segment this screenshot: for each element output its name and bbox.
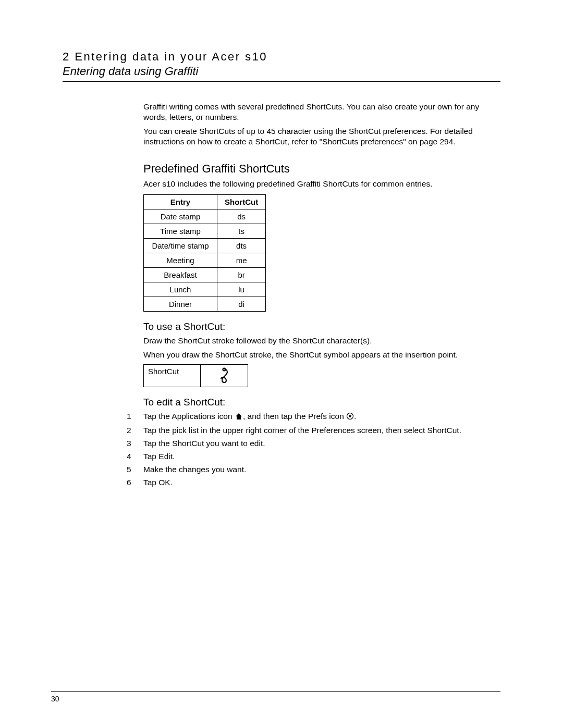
- step-2: Tap the pick list in the upper right cor…: [127, 425, 500, 436]
- table-header-shortcut: ShortCut: [217, 194, 266, 209]
- use-heading: To use a ShortCut:: [143, 321, 500, 332]
- page-header: 2 Entering data in your Acer s10 Enterin…: [63, 50, 500, 82]
- use-paragraph-1: Draw the ShortCut stroke followed by the…: [143, 336, 500, 346]
- step-5: Make the changes you want.: [127, 464, 500, 475]
- shortcut-stroke-icon: [201, 364, 248, 387]
- intro-paragraph-2: You can create ShortCuts of up to 45 cha…: [143, 126, 500, 147]
- shortcut-stroke-box: ShortCut: [143, 364, 500, 387]
- table-row: Date/time stampdts: [144, 238, 266, 253]
- table-row: Meetingme: [144, 253, 266, 267]
- shortcuts-table: Entry ShortCut Date stampds Time stampts…: [143, 194, 266, 312]
- section-subtitle: Entering data using Graffiti: [63, 65, 500, 78]
- page-number: 30: [51, 695, 59, 703]
- footer-rule: [51, 691, 500, 692]
- table-row: Lunchlu: [144, 282, 266, 297]
- table-row: Breakfastbr: [144, 267, 266, 282]
- predefined-heading: Predefined Graffiti ShortCuts: [143, 162, 500, 176]
- chapter-title: 2 Entering data in your Acer s10: [63, 50, 500, 65]
- table-row: Date stampds: [144, 209, 266, 224]
- use-paragraph-2: When you draw the ShortCut stroke, the S…: [143, 350, 500, 360]
- table-row: Time stampts: [144, 224, 266, 238]
- step-4: Tap Edit.: [127, 451, 500, 462]
- step-1: Tap the Applications icon , and then tap…: [127, 411, 500, 423]
- intro-paragraph-1: Graffiti writing comes with several pred…: [143, 102, 500, 122]
- step-3: Tap the ShortCut you want to edit.: [127, 438, 500, 449]
- edit-heading: To edit a ShortCut:: [143, 397, 500, 408]
- prefs-icon: [346, 412, 354, 423]
- stroke-label: ShortCut: [143, 364, 201, 387]
- table-row: Dinnerdi: [144, 297, 266, 311]
- content-area: Graffiti writing comes with several pred…: [143, 102, 500, 488]
- table-header-entry: Entry: [144, 194, 217, 209]
- predefined-lead: Acer s10 includes the following predefin…: [143, 179, 500, 189]
- step-6: Tap OK.: [127, 477, 500, 488]
- home-icon: [235, 412, 243, 423]
- edit-steps: Tap the Applications icon , and then tap…: [127, 411, 500, 488]
- header-rule: [63, 81, 500, 82]
